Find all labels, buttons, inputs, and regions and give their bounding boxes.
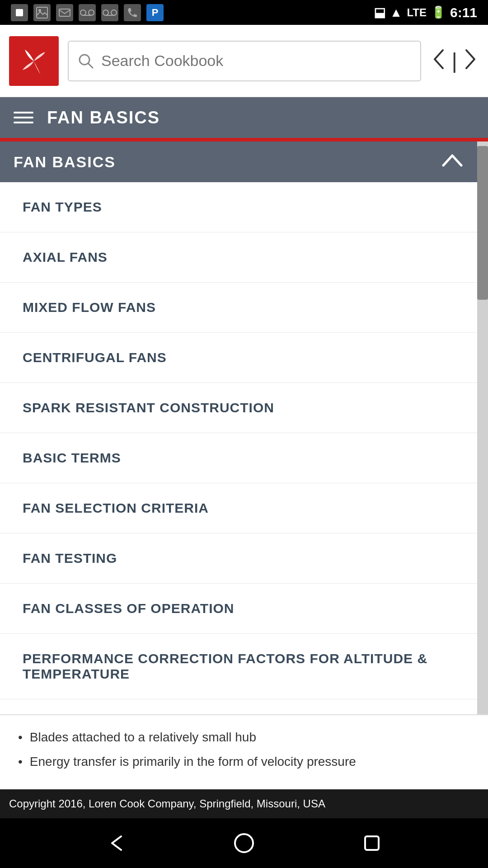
svg-point-2 [38,9,41,12]
svg-point-5 [89,10,94,15]
scrollbar-thumb[interactable] [477,146,488,300]
list-item[interactable]: FAN TESTING [0,533,477,584]
hamburger-menu[interactable] [14,112,33,123]
content-list: FAN BASICS FAN TYPES AXIAL FANS MIXED FL… [0,142,477,714]
bullet-item-1: • Blades attached to a relatively small … [18,728,470,747]
nav-buttons: | [430,48,479,74]
search-input[interactable] [101,52,411,70]
svg-rect-1 [37,7,47,18]
logo [9,36,59,86]
status-bar: P ⬓ ▲ LTE 🔋 6:11 [0,0,488,25]
list-item[interactable]: FAN CLASSES OF OPERATION [0,584,477,634]
svg-point-12 [235,834,253,852]
battery-icon: 🔋 [431,5,446,19]
home-button[interactable] [233,832,255,854]
voicemail-icon [79,4,96,21]
list-item[interactable]: SPARK RESISTANT CONSTRUCTION [0,383,477,433]
hamburger-line-1 [14,112,33,113]
list-item[interactable]: AXIAL FANS [0,232,477,283]
svg-rect-13 [365,836,379,850]
list-item[interactable]: FAN TYPES [0,182,477,232]
status-right: ⬓ ▲ LTE 🔋 6:11 [374,5,477,20]
search-bar[interactable] [68,41,421,81]
status-icons: P [11,4,164,21]
hamburger-line-3 [14,122,33,123]
svg-rect-0 [16,9,23,16]
signal-icon: ▲ [390,5,403,20]
list-item[interactable]: MIXED FLOW FANS [0,283,477,333]
nav-divider: | [452,48,457,73]
svg-rect-3 [59,9,70,16]
bluetooth-icon: ⬓ [374,5,385,20]
copyright-bar: Copyright 2016, Loren Cook Company, Spri… [0,789,488,818]
accordion-header[interactable]: FAN BASICS [0,142,477,182]
bullet-text-2: Energy transfer is primarily in the form… [30,752,356,771]
wifi-icon [11,4,28,21]
hamburger-line-2 [14,117,33,118]
list-item[interactable]: CENTRIFUGAL FANS [0,333,477,383]
accordion-title: FAN BASICS [14,153,116,171]
list-item[interactable]: BASIC TERMS [0,433,477,483]
search-icon [78,53,94,69]
android-nav [0,818,488,868]
section-header: FAN BASICS [0,97,488,138]
prev-button[interactable] [430,48,448,74]
next-button[interactable] [461,48,479,74]
mail-icon [56,4,73,21]
back-button[interactable] [105,832,128,854]
chevron-up-icon [441,152,464,172]
bottom-preview: • Blades attached to a relatively small … [0,714,488,789]
section-title: FAN BASICS [47,108,160,127]
copyright-text: Copyright 2016, Loren Cook Company, Spri… [9,797,325,810]
phone-icon [124,4,141,21]
svg-point-4 [80,10,86,15]
time-display: 6:11 [450,5,477,20]
gallery-icon [33,4,51,21]
accent-line [0,138,488,142]
bullet-item-2: • Energy transfer is primarily in the fo… [18,752,470,771]
main-content: FAN BASICS FAN TYPES AXIAL FANS MIXED FL… [0,142,488,714]
list-item[interactable]: FAN SELECTION CRITERIA [0,483,477,533]
svg-point-8 [111,10,117,15]
lte-label: LTE [407,6,427,19]
bullet-dot-1: • [18,728,23,747]
scrollbar-track[interactable] [477,142,488,714]
voicemail2-icon [101,4,118,21]
recent-button[interactable] [361,832,383,854]
svg-line-11 [88,63,93,68]
bullet-text-1: Blades attached to a relatively small hu… [30,728,256,747]
bullet-dot-2: • [18,752,23,771]
svg-point-7 [103,10,108,15]
list-item[interactable]: PERFORMANCE CORRECTION FACTORS FOR ALTIT… [0,634,477,699]
parking-icon: P [146,4,164,21]
app-header: | [0,25,488,97]
